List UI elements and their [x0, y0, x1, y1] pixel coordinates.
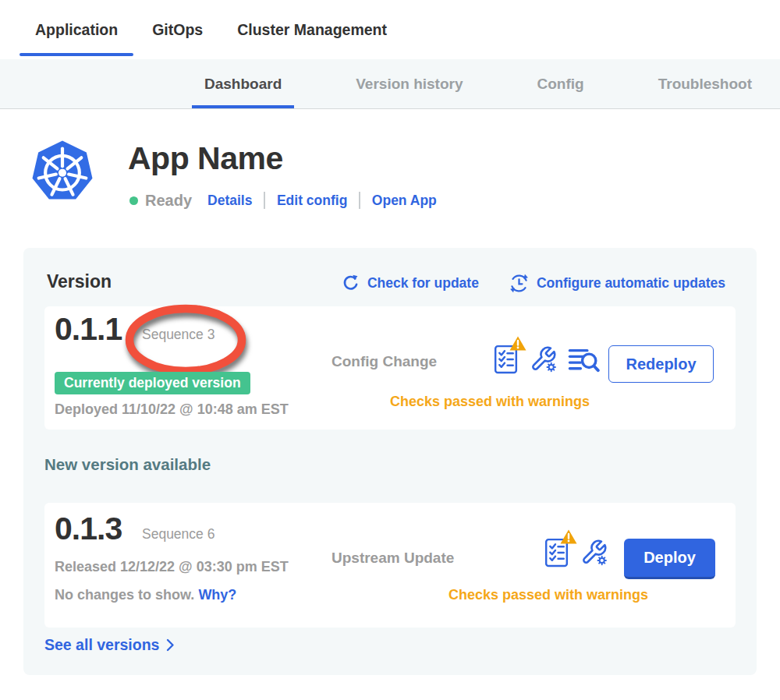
top-nav: Application GitOps Cluster Management [0, 0, 780, 59]
preflight-checks-icon[interactable] [544, 536, 569, 567]
available-sequence-label: Sequence 6 [142, 526, 214, 543]
deploy-button[interactable]: Deploy [624, 539, 715, 579]
tab-cluster-management[interactable]: Cluster Management [220, 0, 404, 59]
divider [359, 192, 360, 209]
auto-update-clock-icon [509, 273, 530, 294]
configure-automatic-updates-link[interactable]: Configure automatic updates [509, 273, 725, 294]
status-badge: Ready [145, 192, 192, 210]
warning-triangle-icon [560, 529, 577, 544]
why-link[interactable]: Why? [198, 587, 236, 603]
status-dot-icon [129, 196, 138, 205]
chevron-right-icon [166, 638, 175, 652]
see-all-versions-link[interactable]: See all versions [44, 636, 175, 654]
available-version-number: 0.1.3 [55, 511, 122, 547]
tab-gitops[interactable]: GitOps [135, 0, 220, 59]
warning-triangle-icon [509, 336, 526, 351]
available-source-label: Upstream Update [332, 550, 454, 567]
new-version-heading: New version available [44, 455, 211, 474]
page-title: App Name [128, 140, 283, 177]
available-checks-status: Checks passed with warnings [448, 587, 648, 603]
tab-troubleshoot[interactable]: Troubleshoot [646, 59, 764, 108]
refresh-icon [341, 274, 360, 293]
available-version-row: 0.1.3 Sequence 6 Released 12/12/22 @ 03:… [44, 503, 736, 628]
view-files-icon[interactable] [568, 342, 601, 373]
open-app-link[interactable]: Open App [372, 193, 437, 209]
tab-config[interactable]: Config [525, 59, 597, 108]
config-wrench-icon[interactable] [530, 342, 557, 373]
current-source-label: Config Change [332, 353, 437, 370]
check-for-update-link[interactable]: Check for update [341, 274, 479, 293]
details-link[interactable]: Details [207, 193, 252, 209]
tab-dashboard[interactable]: Dashboard [192, 59, 294, 108]
version-card: Version Check for update Con [23, 248, 757, 675]
kubernetes-logo-icon [30, 139, 95, 204]
redeploy-button[interactable]: Redeploy [608, 345, 714, 383]
current-checks-status: Checks passed with warnings [390, 394, 590, 410]
no-changes-text: No changes to show. Why? [55, 587, 236, 603]
deployed-timestamp: Deployed 11/10/22 @ 10:48 am EST [55, 401, 289, 418]
divider [264, 192, 265, 209]
tab-version-history[interactable]: Version history [343, 59, 475, 108]
config-wrench-icon[interactable] [580, 536, 608, 566]
app-sub-nav: Dashboard Version history Config Trouble… [0, 59, 780, 109]
current-version-row: 0.1.1 Sequence 3 Currently deployed vers… [44, 306, 736, 430]
app-status-row: Ready Details Edit config Open App [129, 190, 437, 210]
tab-application[interactable]: Application [18, 0, 135, 59]
current-version-number: 0.1.1 [55, 311, 122, 348]
released-timestamp: Released 12/12/22 @ 03:30 pm EST [55, 559, 289, 575]
edit-config-link[interactable]: Edit config [277, 193, 347, 209]
version-card-title: Version [47, 271, 112, 292]
preflight-checks-icon[interactable] [494, 342, 519, 373]
current-sequence-label: Sequence 3 [142, 327, 214, 343]
currently-deployed-badge: Currently deployed version [55, 372, 250, 394]
